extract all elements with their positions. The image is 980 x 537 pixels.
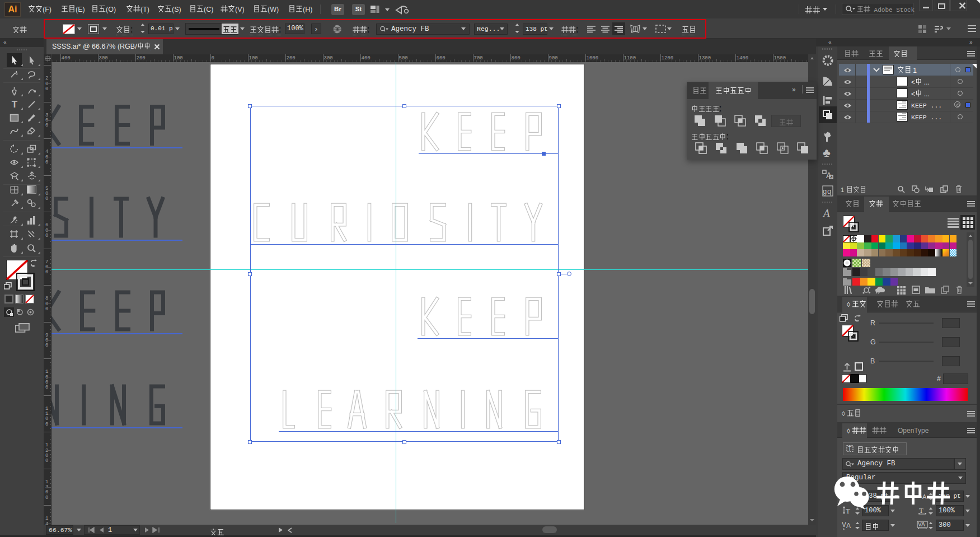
svg-text:V: V	[842, 521, 846, 529]
svg-text:T: T	[848, 446, 851, 452]
svg-text:q: q	[827, 187, 831, 195]
svg-text:A: A	[846, 522, 851, 530]
svg-text:T: T	[919, 506, 923, 515]
svg-text:g: g	[823, 187, 827, 195]
svg-text:VA: VA	[918, 521, 925, 527]
